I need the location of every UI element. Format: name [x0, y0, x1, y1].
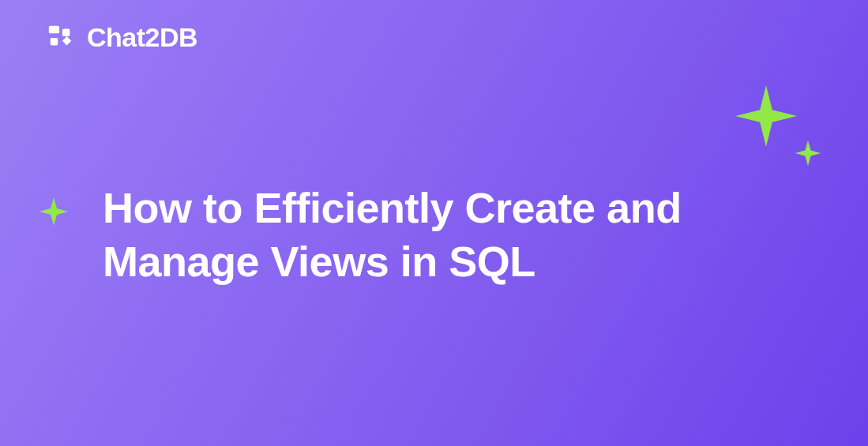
svg-rect-1 [62, 28, 70, 36]
page-title-container: How to Efficiently Create and Manage Vie… [103, 182, 758, 288]
sparkle-icon [794, 139, 822, 167]
svg-rect-2 [51, 38, 58, 46]
logo-icon [46, 23, 76, 53]
sparkle-icon [38, 196, 70, 227]
page-title: How to Efficiently Create and Manage Vie… [103, 182, 758, 288]
svg-rect-0 [49, 25, 59, 33]
brand-name: Chat2DB [87, 22, 197, 53]
brand-logo: Chat2DB [46, 22, 197, 53]
sparkle-icon [735, 85, 797, 147]
